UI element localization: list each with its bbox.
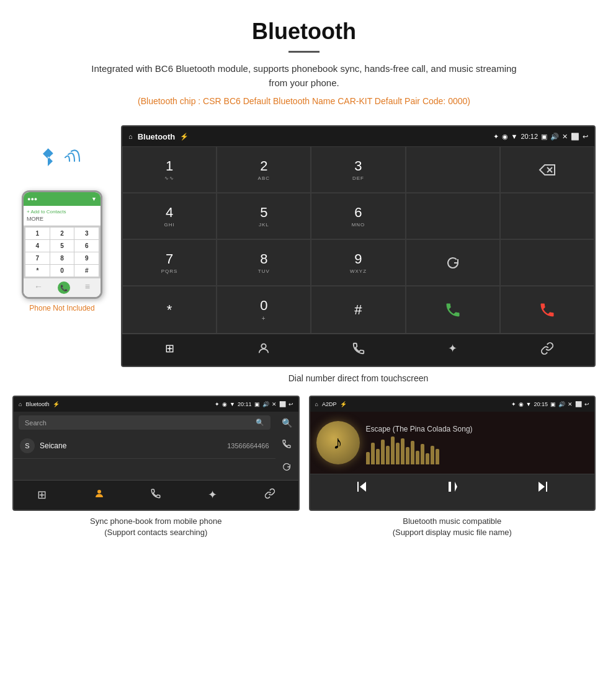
- dial-sub-9: WXYZ: [350, 268, 367, 274]
- nav-keypad[interactable]: ⊞: [122, 334, 217, 366]
- dial-sub-8: TUV: [258, 268, 270, 274]
- usb-icon: ⚡: [180, 133, 189, 141]
- dial-end-button[interactable]: [500, 286, 594, 334]
- dial-status-bar: ⌂ Bluetooth ⚡ ✦ ◉ ▼ 20:12 ▣ 🔊 ✕ ⬜ ↩: [122, 126, 594, 146]
- music-location-icon: ◉: [519, 401, 524, 407]
- dial-key-4[interactable]: 4 GHI: [122, 193, 217, 239]
- phonebook-search-bar[interactable]: Search 🔍: [19, 415, 270, 430]
- dial-key-3[interactable]: 3 DEF: [311, 146, 405, 193]
- phone-contact-area: + Add to Contacts MORE: [24, 206, 101, 226]
- dial-call-button[interactable]: [406, 286, 500, 334]
- pb-nav-keypad[interactable]: ⊞: [14, 481, 71, 510]
- dial-key-6[interactable]: 6 MNO: [311, 193, 405, 239]
- pb-nav-link[interactable]: [241, 481, 298, 510]
- dial-sub-0: +: [262, 315, 266, 322]
- phone-key-7: 7: [25, 252, 50, 264]
- dial-pad: 1 ∿∿ 2 ABC 3 DEF: [122, 146, 594, 334]
- dial-key-5[interactable]: 5 JKL: [217, 193, 311, 239]
- pb-home-icon[interactable]: ⌂: [19, 401, 22, 407]
- phone-status-right: ▼: [91, 196, 97, 202]
- music-window-icon: ⬜: [575, 401, 582, 407]
- music-track-title: Escape (The Pina Colada Song): [366, 425, 589, 433]
- music-home-icon[interactable]: ⌂: [315, 401, 318, 407]
- search-placeholder: Search: [25, 419, 47, 427]
- music-status-bar: ⌂ A2DP ⚡ ✦ ◉ ▼ 20:15 ▣ 🔊 ✕ ⬜ ↩: [310, 397, 595, 412]
- bottom-screens: ⌂ Bluetooth ⚡ ✦ ◉ ▼ 20:11 ▣ 🔊 ✕ ⬜ ↩: [0, 389, 608, 556]
- phone-key-8: 8: [50, 252, 74, 264]
- main-content: ●●● ▼ + Add to Contacts MORE 1 2 3 4 5 6…: [0, 119, 608, 389]
- search-icon[interactable]: 🔍: [256, 419, 264, 427]
- dial-num-9: 9: [354, 251, 362, 267]
- time-display: 20:12: [521, 133, 538, 140]
- eq-bar-14: [431, 446, 434, 464]
- eq-bar-13: [426, 453, 429, 464]
- music-status-right: ✦ ◉ ▼ 20:15 ▣ 🔊 ✕ ⬜ ↩: [511, 401, 589, 407]
- phonebook-caption-line1: Sync phone-book from mobile phone: [90, 516, 221, 526]
- phonebook-left: Search 🔍 S Seicane 13566664466: [14, 412, 275, 480]
- dial-sub-7: PQRS: [161, 268, 178, 274]
- pb-location-icon: ◉: [222, 401, 227, 407]
- dial-num-hash: #: [354, 302, 362, 318]
- phone-mockup: ●●● ▼ + Add to Contacts MORE 1 2 3 4 5 6…: [22, 190, 102, 299]
- pb-back-icon[interactable]: ↩: [288, 401, 293, 407]
- phonebook-right-icons: 🔍: [275, 412, 298, 480]
- nav-contacts[interactable]: [217, 334, 311, 366]
- music-time: 20:15: [534, 401, 548, 407]
- header-divider: [288, 51, 320, 53]
- home-icon[interactable]: ⌂: [128, 133, 133, 140]
- phone-key-star: *: [25, 265, 50, 277]
- pb-usb-icon: ⚡: [53, 401, 60, 407]
- dial-sub-3: DEF: [352, 175, 364, 181]
- prev-track-button[interactable]: [354, 479, 369, 497]
- svg-marker-6: [360, 482, 366, 492]
- dial-key-7[interactable]: 7 PQRS: [122, 239, 217, 286]
- back-icon[interactable]: ↩: [583, 133, 588, 141]
- next-track-button[interactable]: [535, 479, 550, 497]
- dial-key-8[interactable]: 8 TUV: [217, 239, 311, 286]
- dial-key-9[interactable]: 9 WXYZ: [311, 239, 405, 286]
- phonebook-screen: ⌂ Bluetooth ⚡ ✦ ◉ ▼ 20:11 ▣ 🔊 ✕ ⬜ ↩: [12, 396, 300, 511]
- dial-key-star[interactable]: *: [122, 286, 217, 334]
- phonebook-status-bar: ⌂ Bluetooth ⚡ ✦ ◉ ▼ 20:11 ▣ 🔊 ✕ ⬜ ↩: [14, 397, 298, 412]
- dial-key-1[interactable]: 1 ∿∿: [122, 146, 217, 193]
- pb-right-search-icon[interactable]: 🔍: [279, 415, 295, 431]
- nav-bluetooth[interactable]: ✦: [406, 334, 500, 366]
- dial-backspace[interactable]: [500, 146, 594, 193]
- music-usb-icon: ⚡: [340, 401, 347, 407]
- dial-sub-5: JKL: [259, 222, 269, 228]
- music-album-art: ♪: [316, 421, 360, 464]
- play-pause-button[interactable]: [445, 479, 460, 497]
- music-bluetooth-icon: ✦: [511, 401, 516, 407]
- eq-bar-1: [366, 452, 370, 464]
- dial-key-0[interactable]: 0 +: [217, 286, 311, 334]
- eq-bar-6: [391, 436, 395, 464]
- music-back-icon[interactable]: ↩: [584, 401, 589, 407]
- dial-android-screen: ⌂ Bluetooth ⚡ ✦ ◉ ▼ 20:12 ▣ 🔊 ✕ ⬜ ↩: [121, 125, 596, 367]
- music-screen-wrapper: ⌂ A2DP ⚡ ✦ ◉ ▼ 20:15 ▣ 🔊 ✕ ⬜ ↩: [309, 396, 596, 543]
- dial-num-3: 3: [354, 158, 362, 174]
- contact-avatar-s: S: [20, 438, 35, 453]
- contact-list-item[interactable]: S Seicane 13566664466: [14, 433, 275, 459]
- dial-sub-6: MNO: [352, 222, 365, 228]
- svg-point-5: [97, 490, 101, 494]
- nav-link[interactable]: [500, 334, 594, 366]
- pb-nav-bluetooth[interactable]: ✦: [184, 481, 241, 510]
- nav-calls[interactable]: [311, 334, 405, 366]
- phone-key-0: 0: [50, 265, 74, 277]
- phone-key-2: 2: [50, 228, 74, 239]
- dial-sub-4: GHI: [164, 222, 174, 228]
- bluetooth-signal-graphic: [37, 144, 87, 181]
- dial-key-hash[interactable]: #: [311, 286, 405, 334]
- location-icon: ◉: [502, 133, 508, 141]
- music-close-icon: ✕: [568, 401, 573, 407]
- music-content: ♪ Escape (The Pina Colada Song): [310, 412, 595, 474]
- dial-screen-caption: Dial number direct from touchscreen: [121, 367, 596, 389]
- music-info-area: Escape (The Pina Colada Song): [366, 422, 589, 464]
- dial-key-2[interactable]: 2 ABC: [217, 146, 311, 193]
- pb-right-call-icon[interactable]: [279, 436, 295, 454]
- dial-refresh[interactable]: [406, 239, 500, 286]
- pb-nav-contacts[interactable]: [71, 481, 128, 510]
- pb-right-refresh-icon[interactable]: [279, 459, 295, 477]
- pb-nav-calls[interactable]: [127, 481, 184, 510]
- svg-marker-9: [455, 482, 457, 492]
